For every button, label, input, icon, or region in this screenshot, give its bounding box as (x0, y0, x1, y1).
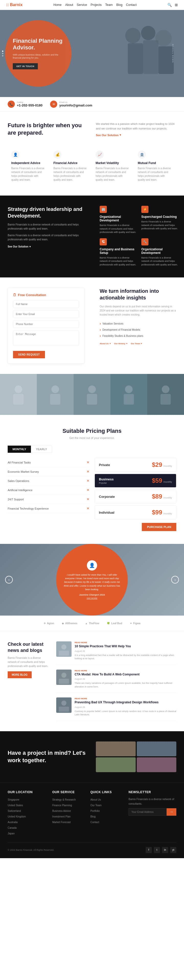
team-photo-3 (74, 374, 110, 415)
cta-image-1 (96, 741, 136, 756)
newsletter-submit-button[interactable]: → (167, 808, 176, 816)
newsletter-email-input[interactable] (128, 808, 167, 816)
footer-copyright: © 2024 Barnix Financial. All Rights Rese… (8, 849, 54, 851)
quicklink-item-3[interactable]: Blog (90, 814, 122, 819)
consultation-box: 🗒 Free Consultation SEND REQUEST (8, 288, 84, 364)
monthly-toggle[interactable]: MONTHLY (8, 445, 31, 453)
insights-item-2: Feasibility Studies & Business plans (100, 333, 176, 339)
svg-rect-16 (160, 394, 171, 405)
email-value[interactable]: yourinfo@gmail.com (59, 103, 92, 107)
tab-our-team[interactable]: Our Team ▾ (131, 342, 142, 345)
quicklink-item-4[interactable]: Contact (90, 819, 122, 825)
footer-quicklinks-title: QUICK LINKS (90, 790, 122, 794)
newsletter-input-row: → (128, 808, 176, 816)
blog-category-0[interactable]: READ MORE (75, 641, 176, 644)
footer-location-list: Singapore United States Switzerland Unit… (8, 797, 46, 837)
name-input[interactable] (13, 301, 79, 308)
social-facebook[interactable]: f (146, 847, 152, 853)
quicklink-item-2[interactable]: Portfolio (90, 808, 122, 814)
nav-home[interactable]: Home (53, 3, 62, 6)
location-item-3: United Kingdom (8, 814, 46, 819)
hero-cta-button[interactable]: GET IN TOUCH (13, 63, 38, 69)
nav-blog[interactable]: Blog (116, 3, 122, 6)
insights-body: Our clients depend on us to put their mo… (100, 305, 176, 317)
location-item-4: Australia (8, 819, 46, 825)
footer-cta-images (96, 741, 176, 772)
strategy-body1: Barnix Financials is a diverse network o… (8, 223, 87, 231)
strategy-heading: Strategy driven leadership and Developme… (8, 206, 87, 219)
nav-projects[interactable]: Projects (90, 3, 102, 6)
email-info: Email Us yourinfo@gmail.com (59, 101, 92, 107)
blog-category-2[interactable]: READ MORE (75, 697, 176, 700)
logo[interactable]: :: Barnix (6, 3, 22, 7)
pricing-heading: Suitable Pricing Plans (8, 428, 176, 434)
strategy-see-solution[interactable]: See Our Solution ▾ (8, 245, 87, 248)
hero-dot-1[interactable] (2, 51, 3, 52)
strategy-item-desc-2: Barnix Financials is a diverse network o… (100, 256, 137, 267)
testimonial-prev-button[interactable]: ‹ (5, 576, 13, 584)
quicklink-item-0[interactable]: About Us (90, 797, 122, 803)
pricing-toggle: MONTHLY YEARLY (8, 445, 176, 453)
testimonial-next-button[interactable]: › (171, 576, 179, 584)
email-input[interactable] (13, 310, 79, 318)
blog-content-2: READ MORE Preventing Bad UX Through Inte… (75, 697, 176, 717)
team-photo-1 (0, 374, 37, 415)
email-icon: ✉ (50, 100, 57, 108)
svg-rect-22 (59, 679, 69, 684)
phone-info: Calling +1-202-555-0180 (17, 101, 43, 107)
blog-thumb-2 (56, 697, 71, 713)
hero-dot-2[interactable] (2, 53, 3, 54)
footer: OUR LOCATION Singapore United States Swi… (0, 783, 184, 858)
team-person-3 (74, 374, 110, 415)
nav-contact[interactable]: Contact (126, 3, 136, 6)
grid-icon[interactable]: ⊞ (175, 3, 178, 7)
tab-our-history[interactable]: Our History ▾ (114, 342, 127, 345)
svg-point-24 (61, 700, 67, 706)
strategy-item-desc-1: Barnix Financials is a diverse network o… (141, 220, 179, 231)
search-icon[interactable]: 🔍 (167, 3, 172, 7)
nav-team[interactable]: Team (105, 3, 113, 6)
tab-about-us[interactable]: About Us ▾ (100, 342, 111, 345)
purchase-plan-button[interactable]: PURCHASE PLAN (142, 523, 176, 531)
team-person-5 (147, 374, 184, 415)
footer-col-newsletter: NEWSLETTER Barnix Financials is a divers… (128, 790, 176, 837)
svg-point-18 (61, 644, 67, 649)
social-twitter[interactable]: t (154, 847, 160, 853)
consultation-icon: 🗒 (13, 293, 16, 297)
price-card-info-1: Business Popular (99, 477, 114, 484)
more-blog-button[interactable]: MORE BLOG (8, 671, 32, 678)
blog-title-2: Preventing Bad UX Through Integrated Des… (75, 700, 176, 705)
nav-service[interactable]: Service (77, 3, 87, 6)
blog-excerpt-2: Contrary to popular belief, Lorem Ipsum … (75, 710, 176, 717)
blog-category-1[interactable]: READ MORE (75, 670, 176, 672)
strategy-left: Strategy driven leadership and Developme… (0, 196, 95, 277)
team-person-2 (37, 374, 74, 415)
testimonial-see-more[interactable]: SEE MORE (87, 597, 97, 600)
footer-service-list: Strategy & Research Finance Planning Bus… (52, 797, 84, 825)
pricing-feature-2: Sales Operations ✕ (8, 476, 89, 485)
social-linkedin[interactable]: in (162, 847, 168, 853)
hero-dot-3[interactable] (2, 55, 3, 57)
team-person-1 (0, 374, 37, 415)
blog-content-0: READ MORE 10 Simple Practices That Will … (75, 641, 176, 660)
quicklink-item-1[interactable]: Our Team (90, 803, 122, 808)
phone-input[interactable] (13, 320, 79, 328)
nav-about[interactable]: About (65, 3, 73, 6)
message-input[interactable] (13, 331, 79, 346)
partner-theflow: ▲ TheFlow (85, 622, 99, 625)
cta-image-2 (137, 741, 177, 756)
footer-grid: OUR LOCATION Singapore United States Swi… (8, 790, 176, 837)
strategy-item-desc-0: Barnix Financials is a diverse network o… (100, 224, 137, 234)
social-youtube[interactable]: yt (170, 847, 176, 853)
insights-heading: We turn information into actionable insi… (100, 288, 176, 301)
svg-point-1 (125, 28, 141, 43)
feature-title-1: Financial Advice (53, 161, 89, 165)
svg-rect-14 (124, 394, 134, 405)
team-photo-2 (37, 374, 74, 415)
footer-newsletter-title: NEWSLETTER (128, 790, 176, 794)
future-see-solution[interactable]: See Our Solution ▾ (96, 134, 176, 137)
coaching-icon: ⚡ (141, 206, 149, 213)
yearly-toggle[interactable]: YEARLY (31, 445, 52, 453)
phone-value[interactable]: +1-202-555-0180 (17, 103, 43, 107)
send-request-button[interactable]: SEND REQUEST (13, 351, 45, 358)
